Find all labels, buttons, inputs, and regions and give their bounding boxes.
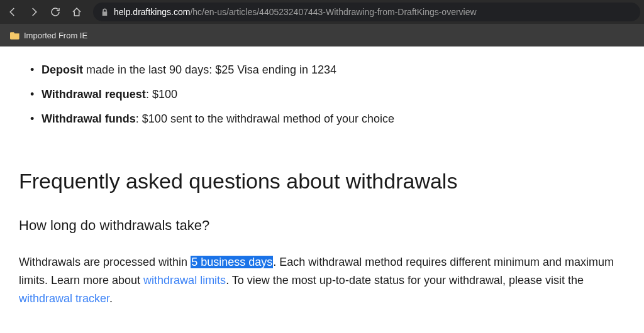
lock-icon (101, 8, 109, 16)
forward-button[interactable] (25, 3, 43, 21)
faq-question: How long do withdrawals take? (19, 215, 625, 236)
back-button[interactable] (4, 3, 21, 21)
home-button[interactable] (68, 3, 86, 21)
browser-toolbar: help.draftkings.com/hc/en-us/articles/44… (0, 0, 644, 24)
url-path: /hc/en-us/articles/4405232407443-Withdra… (190, 7, 476, 17)
bookmark-imported-from-ie[interactable]: Imported From IE (6, 28, 91, 43)
folder-icon (10, 31, 20, 40)
withdrawal-limits-link[interactable]: withdrawal limits (143, 274, 226, 287)
withdrawal-tracker-link[interactable]: withdrawal tracker (19, 292, 109, 305)
list-item: Deposit made in the last 90 days: $25 Vi… (30, 62, 625, 79)
address-bar[interactable]: help.draftkings.com/hc/en-us/articles/44… (93, 3, 640, 21)
url-domain: help.draftkings.com (114, 7, 190, 17)
list-item: Withdrawal funds: $100 sent to the withd… (30, 111, 625, 128)
reload-button[interactable] (47, 3, 64, 21)
example-list: Deposit made in the last 90 days: $25 Vi… (19, 62, 625, 128)
page-content: Deposit made in the last 90 days: $25 Vi… (0, 46, 644, 307)
faq-answer: Withdrawals are processed within 5 busin… (19, 253, 625, 307)
bookmarks-bar: Imported From IE (0, 24, 644, 46)
bookmark-label: Imported From IE (24, 31, 87, 40)
faq-heading: Frequently asked questions about withdra… (19, 165, 625, 197)
highlighted-text: 5 business days (191, 256, 273, 268)
list-item: Withdrawal request: $100 (30, 86, 625, 103)
